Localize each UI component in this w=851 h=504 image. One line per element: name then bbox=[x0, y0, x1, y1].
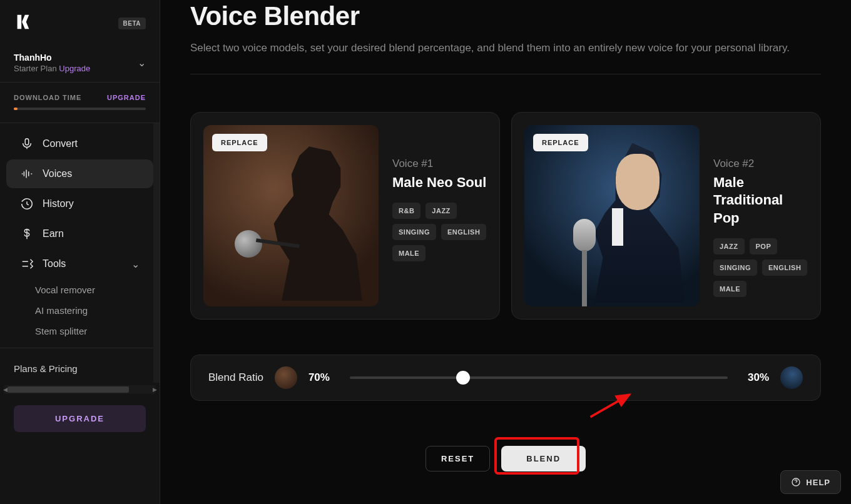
svg-rect-0 bbox=[25, 139, 29, 145]
download-upgrade-link[interactable]: UPGRADE bbox=[107, 94, 146, 101]
tag: MALE bbox=[392, 245, 426, 261]
nav-label: History bbox=[43, 198, 74, 209]
nav-ai-mastering[interactable]: AI mastering bbox=[0, 300, 160, 321]
action-row: RESET BLEND bbox=[190, 446, 821, 471]
sidebar-upgrade-button[interactable]: UPGRADE bbox=[14, 405, 146, 432]
tag: SINGING bbox=[713, 260, 757, 276]
chevron-down-icon: ⌄ bbox=[138, 57, 146, 69]
help-icon bbox=[791, 477, 801, 487]
voice-tags-1: R&B JAZZ SINGING ENGLISH MALE bbox=[392, 203, 487, 261]
blend-ratio-label: Blend Ratio bbox=[208, 371, 263, 384]
voice-name: Male Traditional Pop bbox=[713, 174, 808, 228]
main-content: Voice Blender Select two voice models, s… bbox=[160, 0, 851, 504]
replace-button-1[interactable]: REPLACE bbox=[212, 134, 267, 151]
nav-plans-pricing[interactable]: Plans & Pricing bbox=[0, 355, 160, 383]
voice2-thumbnail bbox=[780, 366, 803, 389]
tag: MALE bbox=[713, 281, 747, 297]
page-subtitle: Select two voice models, set your desire… bbox=[190, 40, 791, 56]
blend-button[interactable]: BLEND bbox=[501, 446, 586, 471]
download-time-label: DOWNLOAD TIME bbox=[14, 94, 81, 101]
upgrade-link[interactable]: Upgrade bbox=[59, 64, 90, 73]
nav-vocal-remover[interactable]: Vocal remover bbox=[0, 280, 160, 300]
slider-knob[interactable] bbox=[456, 371, 470, 385]
blend-right-percent: 30% bbox=[739, 371, 769, 384]
app-logo[interactable] bbox=[14, 13, 33, 34]
blend-left-percent: 70% bbox=[308, 371, 339, 384]
voice-tags-2: JAZZ POP SINGING ENGLISH MALE bbox=[713, 238, 808, 297]
tag: ENGLISH bbox=[441, 224, 486, 240]
scrollbar-horizontal[interactable]: ◀ ▶ bbox=[4, 385, 156, 394]
sidebar: BETA ThanhHo Starter Plan Upgrade ⌄ DOWN… bbox=[0, 0, 160, 504]
voice-slot-label: Voice #2 bbox=[713, 158, 808, 170]
history-icon bbox=[20, 197, 34, 211]
nav-tools[interactable]: Tools ⌄ bbox=[6, 249, 153, 278]
tag: R&B bbox=[392, 203, 420, 219]
voice-card-2: REPLACE Voice #2 Male Traditional Pop JA… bbox=[511, 112, 821, 320]
tag: SINGING bbox=[392, 224, 436, 240]
help-button[interactable]: HELP bbox=[780, 470, 841, 494]
scrollbar-vertical[interactable] bbox=[153, 123, 160, 383]
divider bbox=[190, 74, 821, 74]
user-plan: Starter Plan Upgrade bbox=[14, 64, 90, 73]
voice1-thumbnail bbox=[275, 366, 297, 389]
nav-label: Voices bbox=[43, 168, 72, 179]
chevron-down-icon: ⌄ bbox=[131, 258, 140, 270]
nav-label: Earn bbox=[43, 228, 64, 239]
voice-image-2: REPLACE bbox=[524, 125, 700, 306]
reset-button[interactable]: RESET bbox=[426, 446, 490, 471]
voice-slot-label: Voice #1 bbox=[392, 158, 487, 170]
nav-label: Tools bbox=[43, 258, 66, 270]
help-label: HELP bbox=[806, 478, 830, 487]
nav-label: Convert bbox=[43, 138, 78, 149]
voice-name: Male Neo Soul bbox=[392, 174, 487, 192]
tag: POP bbox=[750, 238, 778, 255]
nav-earn[interactable]: Earn bbox=[6, 219, 153, 248]
main-nav: Convert Voices History Earn Tools bbox=[0, 123, 160, 383]
blend-slider[interactable] bbox=[350, 376, 728, 379]
dollar-icon bbox=[20, 227, 34, 241]
microphone-icon bbox=[20, 137, 34, 151]
tools-icon bbox=[20, 257, 34, 271]
nav-convert[interactable]: Convert bbox=[6, 129, 153, 158]
user-menu[interactable]: ThanhHo Starter Plan Upgrade ⌄ bbox=[0, 44, 160, 83]
replace-button-2[interactable]: REPLACE bbox=[533, 134, 588, 151]
tag: ENGLISH bbox=[762, 260, 807, 276]
voice-image-1: REPLACE bbox=[203, 125, 379, 306]
download-progress-bar bbox=[14, 108, 146, 110]
beta-badge: BETA bbox=[118, 18, 146, 29]
nav-stem-splitter[interactable]: Stem splitter bbox=[0, 321, 160, 341]
tag: JAZZ bbox=[713, 238, 745, 255]
voice-card-1: REPLACE Voice #1 Male Neo Soul R&B JAZZ … bbox=[190, 112, 500, 320]
user-name: ThanhHo bbox=[14, 53, 90, 63]
soundwave-icon bbox=[20, 167, 34, 181]
blend-ratio-bar: Blend Ratio 70% 30% bbox=[190, 355, 821, 401]
tag: JAZZ bbox=[426, 203, 457, 219]
nav-history[interactable]: History bbox=[6, 189, 153, 218]
page-title: Voice Blender bbox=[190, 1, 821, 31]
nav-voices[interactable]: Voices bbox=[6, 159, 153, 188]
